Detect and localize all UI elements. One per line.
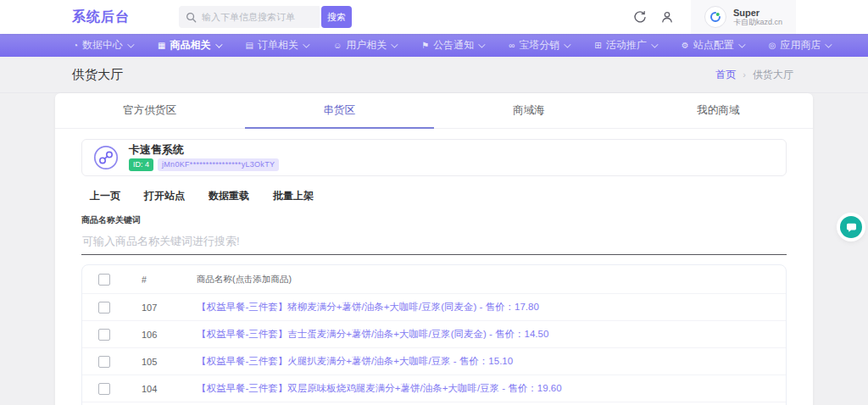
row-checkbox[interactable] bbox=[98, 302, 110, 313]
goods-name-link[interactable]: 【权益早餐-三件套】吉士蛋麦满分+薯饼/油条+大咖啡/豆浆(同麦金) - 售价：… bbox=[197, 329, 548, 339]
col-header-name: 商品名称(点击添加商品) bbox=[197, 274, 786, 286]
announcement-icon: ⚑ bbox=[421, 42, 429, 50]
table-row: 104 【权益早餐-三件套】双层原味板烧鸡腿麦满分+薯饼/油条+大咖啡/豆浆 -… bbox=[82, 374, 786, 402]
supply-hall-panel: 官方供货区 串货区 商域海 我的商域 卡速售系统 ID: 4 jMn0KF***… bbox=[55, 93, 813, 405]
keyword-input[interactable] bbox=[81, 226, 787, 255]
supplier-id-badge: ID: 4 bbox=[129, 158, 153, 171]
user-profile-chip[interactable]: Super 卡自助kazd.cn bbox=[691, 0, 796, 34]
search-button[interactable]: 搜索 bbox=[321, 6, 352, 28]
supplier-badges: ID: 4 jMn0KF****************yL3OkTY bbox=[129, 158, 279, 171]
nav-item-users[interactable]: ☺ 用户相关 bbox=[333, 38, 396, 53]
chevron-down-icon bbox=[738, 41, 745, 47]
refresh-button[interactable] bbox=[628, 5, 652, 29]
app-title: 系统后台 bbox=[72, 8, 130, 26]
nav-item-site-config[interactable]: ⚙ 站点配置 bbox=[682, 38, 743, 53]
breadcrumb-current: 供货大厅 bbox=[753, 68, 793, 82]
promotion-icon: ⊞ bbox=[594, 42, 601, 50]
app-store-icon: ◎ bbox=[769, 42, 776, 50]
nav-item-goods[interactable]: ▦ 商品相关 bbox=[158, 38, 220, 53]
tab-mall-sea[interactable]: 商域海 bbox=[434, 93, 624, 128]
row-checkbox[interactable] bbox=[98, 356, 110, 368]
nav-label: 订单相关 bbox=[258, 38, 298, 53]
goods-name-link[interactable]: 【权益早餐-三件套】火腿扒麦满分+薯饼/油条+大咖啡/豆浆 - 售价：15.10 bbox=[197, 356, 513, 366]
nav-label: 用户相关 bbox=[346, 38, 387, 53]
actions-row: 上一页 打开站点 数据重载 批量上架 bbox=[81, 176, 787, 213]
nav-label: 站点配置 bbox=[693, 38, 734, 53]
tab-cross-supply[interactable]: 串货区 bbox=[245, 93, 435, 128]
supplier-logo-icon bbox=[93, 145, 119, 170]
breadcrumb: 首页 › 供货大厅 bbox=[715, 68, 793, 82]
table-row: 103 【权益早餐-三件套】大脆鸡扒麦满分+薯饼/油条+大咖啡/豆浆(同麦金) … bbox=[82, 402, 786, 405]
table-row: 106 【权益早餐-三件套】吉士蛋麦满分+薯饼/油条+大咖啡/豆浆(同麦金) -… bbox=[82, 320, 786, 347]
reload-data-button[interactable]: 数据重载 bbox=[209, 189, 249, 203]
supplier-info: 卡速售系统 ID: 4 jMn0KF****************yL3OkT… bbox=[129, 144, 279, 171]
avatar bbox=[704, 6, 726, 28]
open-site-button[interactable]: 打开站点 bbox=[144, 189, 185, 203]
table-row: 105 【权益早餐-三件套】火腿扒麦满分+薯饼/油条+大咖啡/豆浆 - 售价：1… bbox=[82, 347, 786, 374]
gauge-icon: ◔ bbox=[73, 42, 78, 50]
refresh-icon bbox=[633, 10, 647, 24]
row-checkbox[interactable] bbox=[98, 329, 110, 341]
user-name: Super bbox=[733, 8, 782, 19]
goods-grid-icon: ▦ bbox=[158, 42, 165, 50]
nav-item-announcements[interactable]: ⚑ 公告通知 bbox=[421, 38, 483, 53]
goods-id: 105 bbox=[142, 357, 197, 367]
breadcrumb-home-link[interactable]: 首页 bbox=[715, 68, 736, 82]
goods-name-link[interactable]: 【权益早餐-三件套】猪柳麦满分+薯饼/油条+大咖啡/豆浆(同麦金) - 售价：1… bbox=[197, 302, 539, 312]
breadcrumb-separator: › bbox=[743, 69, 746, 80]
nav-label: 公告通知 bbox=[433, 38, 474, 53]
page-title: 供货大厅 bbox=[72, 67, 123, 83]
nav-item-promotion[interactable]: ⊞ 活动推广 bbox=[594, 38, 655, 53]
order-icon: ▤ bbox=[246, 42, 253, 50]
supplier-token-badge: jMn0KF****************yL3OkTY bbox=[158, 158, 279, 171]
account-button[interactable] bbox=[655, 5, 679, 29]
goods-id: 106 bbox=[142, 330, 197, 340]
tab-official-supply[interactable]: 官方供货区 bbox=[55, 93, 245, 128]
breadcrumb-row: 供货大厅 首页 › 供货大厅 bbox=[0, 57, 868, 93]
customer-service-float-button[interactable] bbox=[840, 216, 862, 238]
chevron-down-icon bbox=[215, 41, 222, 47]
chevron-down-icon bbox=[651, 41, 658, 47]
col-header-index: # bbox=[142, 275, 197, 285]
nav-label: 应用商店 bbox=[780, 38, 821, 53]
nav-item-distribution[interactable]: ∞ 宝塔分销 bbox=[509, 38, 569, 53]
settings-gear-icon: ⚙ bbox=[682, 42, 689, 50]
order-search-box bbox=[179, 6, 320, 28]
order-search-input[interactable] bbox=[202, 12, 313, 22]
chevron-down-icon bbox=[127, 41, 134, 47]
row-checkbox[interactable] bbox=[98, 383, 110, 395]
nav-label: 宝塔分销 bbox=[519, 38, 559, 53]
supplier-card: 卡速售系统 ID: 4 jMn0KF****************yL3OkT… bbox=[81, 139, 787, 176]
chevron-down-icon bbox=[826, 41, 832, 47]
goods-name-link[interactable]: 【权益早餐-三件套】双层原味板烧鸡腿麦满分+薯饼/油条+大咖啡/豆浆 - 售价：… bbox=[197, 383, 562, 393]
search-icon bbox=[186, 12, 197, 23]
user-icon: ☺ bbox=[333, 42, 342, 50]
nav-item-app-store[interactable]: ◎ 应用商店 bbox=[769, 38, 831, 53]
nav-label: 商品相关 bbox=[170, 38, 211, 53]
top-header: 系统后台 搜索 Super bbox=[0, 0, 868, 34]
chat-bubble-icon bbox=[846, 222, 857, 233]
nav-item-orders[interactable]: ▤ 订单相关 bbox=[246, 38, 308, 53]
table-header-row: # 商品名称(点击添加商品) bbox=[82, 265, 786, 293]
goods-table: # 商品名称(点击添加商品) 107 【权益早餐-三件套】猪柳麦满分+薯饼/油条… bbox=[81, 264, 787, 405]
batch-list-button[interactable]: 批量上架 bbox=[273, 189, 314, 203]
chevron-down-icon bbox=[478, 41, 485, 47]
tab-my-mall[interactable]: 我的商域 bbox=[624, 93, 814, 128]
chevron-down-icon bbox=[391, 41, 398, 47]
prev-page-button[interactable]: 上一页 bbox=[90, 189, 120, 203]
user-domain: 卡自助kazd.cn bbox=[733, 18, 782, 26]
distribution-icon: ∞ bbox=[509, 42, 515, 50]
chevron-down-icon bbox=[564, 41, 570, 47]
user-meta: Super 卡自助kazd.cn bbox=[733, 8, 782, 27]
goods-id: 107 bbox=[142, 302, 197, 313]
supplier-name: 卡速售系统 bbox=[129, 144, 279, 156]
goods-id: 104 bbox=[142, 384, 197, 394]
user-icon bbox=[660, 10, 674, 24]
table-row: 107 【权益早餐-三件套】猪柳麦满分+薯饼/油条+大咖啡/豆浆(同麦金) - … bbox=[82, 293, 786, 320]
nav-item-data-center[interactable]: ◔ 数据中心 bbox=[73, 38, 132, 53]
nav-label: 数据中心 bbox=[82, 38, 123, 53]
select-all-checkbox[interactable] bbox=[98, 274, 110, 286]
keyword-label: 商品名称关键词 bbox=[81, 213, 787, 226]
chevron-down-icon bbox=[303, 41, 309, 47]
supply-tabs: 官方供货区 串货区 商域海 我的商域 bbox=[55, 93, 813, 129]
